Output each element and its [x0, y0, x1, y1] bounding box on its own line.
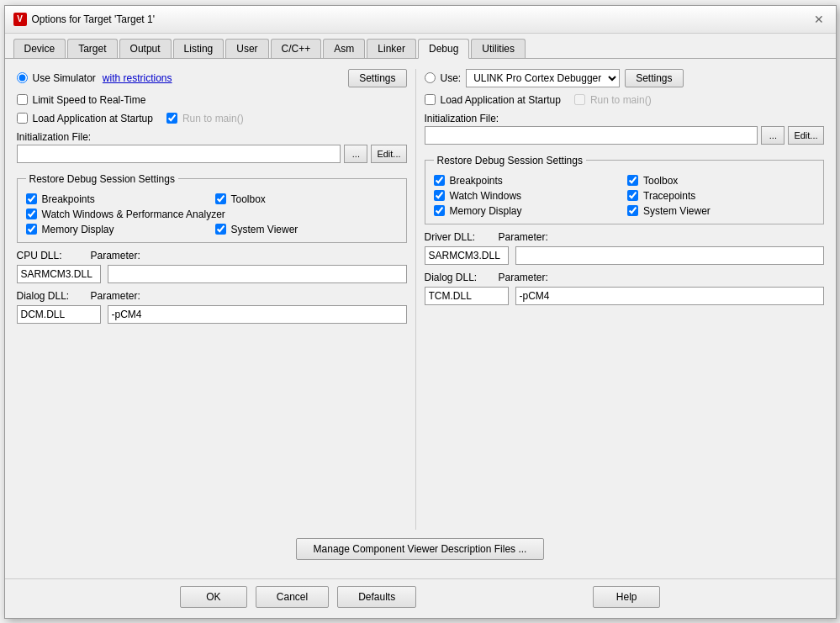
init-file-browse-left[interactable]: ... [344, 145, 367, 163]
system-viewer-checkbox-right[interactable] [627, 205, 638, 216]
init-file-edit-right[interactable]: Edit... [788, 126, 823, 145]
tab-user[interactable]: User [225, 39, 268, 58]
use-label: Use: [441, 72, 462, 84]
left-column: Use Simulator with restrictions Settings… [17, 69, 416, 530]
debugger-select[interactable]: ULINK Pro Cortex Debugger J-LINK / J-TRA… [466, 69, 620, 87]
bottom-area: Manage Component Viewer Description File… [17, 530, 824, 568]
dialog-buttons: OK Cancel Defaults Help [5, 578, 836, 618]
limit-speed-row: Limit Speed to Real-Time [17, 94, 407, 106]
toolbox-check-left: Toolbox [215, 193, 398, 205]
tab-cpp[interactable]: C/C++ [271, 39, 322, 58]
tracepoints-checkbox-right[interactable] [627, 190, 638, 201]
restore-debug-group-left: Restore Debug Session Settings Breakpoin… [17, 173, 407, 243]
init-file-section-left: Initialization File: ... Edit... [17, 131, 407, 163]
dialog-dll-left-param-input[interactable] [108, 305, 407, 324]
run-to-main-check-right: Run to main() [574, 94, 652, 106]
driver-dll-input[interactable] [425, 246, 509, 265]
system-viewer-label-left: System Viewer [231, 224, 298, 235]
dialog-dll-right-param-label: Parameter: [499, 272, 548, 283]
limit-speed-label: Limit Speed to Real-Time [33, 94, 146, 106]
cpu-dll-param-input[interactable] [108, 265, 407, 283]
tracepoints-label-right: Tracepoints [643, 190, 695, 202]
with-restrictions-link[interactable]: with restrictions [103, 72, 172, 84]
run-to-main-label-left: Run to main() [182, 113, 244, 124]
run-to-main-checkbox-right[interactable] [574, 94, 585, 105]
breakpoints-label-left: Breakpoints [42, 193, 95, 205]
breakpoints-checkbox-left[interactable] [26, 193, 37, 204]
init-file-section-right: Initialization File: ... Edit... [425, 113, 824, 145]
driver-dll-label: Driver DLL: [425, 231, 492, 243]
watch-windows-label-left: Watch Windows & Performance Analyzer [42, 209, 225, 220]
dialog-dll-right-param-input[interactable] [515, 287, 824, 305]
system-viewer-checkbox-left[interactable] [215, 224, 226, 235]
tab-listing[interactable]: Listing [173, 39, 225, 58]
manage-component-viewer-button[interactable]: Manage Component Viewer Description File… [296, 538, 545, 560]
dialog-dll-left-labels-row: Dialog DLL: Parameter: [17, 290, 407, 302]
use-debugger-radio[interactable] [425, 72, 436, 83]
toolbox-label-left: Toolbox [231, 193, 266, 205]
close-button[interactable]: ✕ [811, 11, 827, 28]
tab-asm[interactable]: Asm [323, 39, 365, 58]
dialog-dll-right-input[interactable] [425, 287, 509, 305]
init-file-input-left[interactable] [17, 145, 341, 163]
load-app-checkbox-left[interactable] [17, 113, 28, 124]
load-app-check-right: Load Application at Startup [425, 94, 561, 106]
watch-windows-checkbox-left[interactable] [26, 209, 37, 219]
driver-dll-section: Driver DLL: Parameter: [425, 231, 824, 265]
dialog-dll-right-label: Dialog DLL: [425, 272, 492, 283]
restore-debug-legend-left: Restore Debug Session Settings [26, 173, 178, 185]
tab-utilities[interactable]: Utilities [471, 39, 526, 58]
use-debugger-row: Use: ULINK Pro Cortex Debugger J-LINK / … [425, 69, 824, 87]
dialog-title: Options for Target 'Target 1' [32, 13, 155, 25]
main-dialog: V Options for Target 'Target 1' ✕ Device… [4, 5, 837, 619]
load-app-checkbox-right[interactable] [425, 94, 436, 105]
toolbox-label-right: Toolbox [643, 175, 678, 187]
init-file-browse-right[interactable]: ... [761, 126, 785, 145]
toolbox-checkbox-right[interactable] [627, 175, 638, 186]
app-icon: V [13, 13, 27, 26]
memory-display-check-right: Memory Display [434, 205, 621, 217]
toolbox-checkbox-left[interactable] [215, 193, 226, 204]
help-button[interactable]: Help [593, 586, 660, 608]
ok-button[interactable]: OK [180, 586, 247, 608]
load-app-row-right: Load Application at Startup Run to main(… [425, 94, 824, 106]
tab-linker[interactable]: Linker [367, 39, 416, 58]
debugger-settings-button[interactable]: Settings [625, 69, 683, 87]
restore-debug-group-right: Restore Debug Session Settings Breakpoin… [425, 155, 824, 224]
tab-debug[interactable]: Debug [418, 39, 469, 59]
system-viewer-label-right: System Viewer [643, 205, 711, 217]
cpu-dll-input[interactable] [17, 265, 101, 283]
tab-bar: Device Target Output Listing User C/C++ … [5, 34, 836, 59]
title-bar-left: V Options for Target 'Target 1' [13, 13, 155, 26]
defaults-button[interactable]: Defaults [337, 586, 416, 608]
watch-windows-checkbox-right[interactable] [434, 190, 445, 201]
memory-display-checkbox-right[interactable] [434, 205, 445, 216]
init-file-input-right[interactable] [425, 126, 758, 145]
init-file-label-right: Initialization File: [425, 113, 824, 124]
breakpoints-checkbox-right[interactable] [434, 175, 445, 186]
driver-dll-param-input[interactable] [515, 246, 824, 265]
watch-windows-label-right: Watch Windows [450, 190, 522, 202]
init-file-edit-left[interactable]: Edit... [371, 145, 406, 163]
dialog-dll-left-input[interactable] [17, 305, 101, 324]
memory-display-checkbox-left[interactable] [26, 224, 37, 235]
memory-display-label-right: Memory Display [450, 205, 522, 217]
cpu-dll-inputs-row [17, 265, 407, 283]
tab-target[interactable]: Target [67, 39, 117, 58]
memory-display-label-left: Memory Display [42, 224, 114, 235]
limit-speed-checkbox[interactable] [17, 94, 28, 105]
tab-output[interactable]: Output [119, 39, 172, 58]
simulator-settings-button[interactable]: Settings [348, 69, 406, 87]
load-app-check-left: Load Application at Startup [17, 113, 153, 124]
cancel-button[interactable]: Cancel [256, 586, 329, 608]
dialog-dll-right-inputs-row [425, 287, 824, 305]
init-file-row-left: ... Edit... [17, 145, 407, 163]
run-to-main-checkbox-left[interactable] [166, 113, 177, 124]
dialog-dll-left-section: Dialog DLL: Parameter: [17, 290, 407, 324]
load-app-row-left: Load Application at Startup Run to main(… [17, 113, 407, 124]
cpu-dll-label: CPU DLL: [17, 250, 84, 261]
tab-device[interactable]: Device [13, 39, 66, 58]
use-simulator-radio[interactable] [17, 72, 28, 83]
cpu-dll-section: CPU DLL: Parameter: [17, 250, 407, 283]
breakpoints-check-right: Breakpoints [434, 175, 621, 187]
